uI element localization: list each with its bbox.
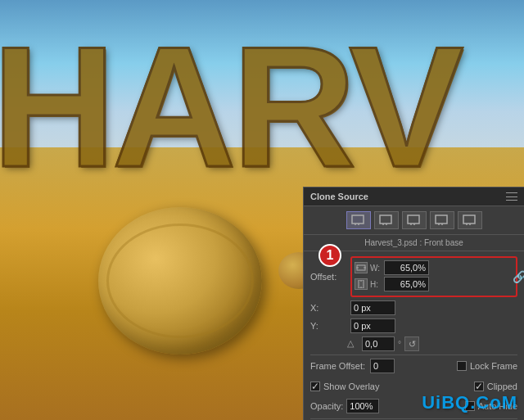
panel-header: Clone Source (304, 187, 524, 206)
degree-label: ° (398, 340, 401, 349)
lock-frame-group: Lock Frame (457, 361, 517, 371)
clone-source-panel: Clone Source Harvest_3.psd : Front base … (303, 187, 524, 420)
w-row: W: (355, 260, 513, 275)
lock-frame-checkbox[interactable] (457, 361, 467, 371)
svg-rect-0 (352, 215, 364, 224)
w-label: W: (370, 264, 382, 273)
offset-label: Offset: (310, 272, 347, 282)
harv-text: HARV (0, 8, 459, 206)
panel-title: Clone Source (310, 192, 368, 201)
source-btn-1[interactable] (346, 211, 371, 229)
angle-icon: △ (347, 338, 359, 350)
lock-frame-label: Lock Frame (470, 361, 517, 371)
opacity-input[interactable] (346, 399, 379, 413)
wh-section: W: H: 🔗 (350, 256, 517, 297)
y-input[interactable] (350, 318, 395, 333)
frame-offset-row: Frame Offset: Lock Frame (310, 355, 517, 377)
y-label: Y: (310, 321, 347, 331)
watermark: UiBQ.CoM (422, 392, 517, 413)
x-input[interactable] (350, 300, 395, 315)
angle-row: △ ° ↺ (310, 336, 517, 351)
clipped-checkbox[interactable]: ✓ (474, 382, 484, 391)
x-label: X: (310, 303, 347, 313)
clipped-label: Clipped (487, 382, 517, 391)
x-row: X: (310, 300, 517, 315)
source-buttons-row (304, 206, 524, 235)
reset-button[interactable]: ↺ (404, 336, 419, 351)
y-row: Y: (310, 318, 517, 333)
svg-rect-12 (463, 215, 475, 224)
svg-rect-3 (380, 215, 391, 224)
link-icon[interactable]: 🔗 (514, 269, 524, 285)
svg-rect-9 (436, 215, 447, 224)
panel-menu-icon[interactable] (506, 192, 517, 201)
clipped-section: ✓ Clipped (474, 382, 517, 391)
opacity-label: Opacity: (310, 401, 343, 411)
offset-wh-row: Offset: W: H: 🔗 (310, 256, 517, 297)
h-input[interactable] (384, 277, 429, 291)
source-btn-5[interactable] (458, 211, 482, 229)
h-label: H: (370, 280, 382, 289)
w-input[interactable] (384, 260, 429, 275)
hay-bale-main (98, 207, 262, 355)
w-icon (355, 262, 368, 273)
h-row: H: (355, 277, 513, 291)
step-badge-1: 1 (318, 244, 341, 267)
h-icon (355, 278, 368, 290)
show-overlay-label: Show Overlay (323, 382, 379, 391)
frame-offset-input[interactable] (370, 359, 395, 373)
frame-offset-label: Frame Offset: (310, 361, 365, 371)
angle-input[interactable] (362, 336, 395, 351)
svg-rect-6 (408, 215, 419, 224)
source-btn-3[interactable] (402, 211, 427, 229)
source-btn-4[interactable] (430, 211, 454, 229)
source-btn-2[interactable] (374, 211, 399, 229)
show-overlay-checkbox[interactable]: ✓ (310, 382, 320, 391)
